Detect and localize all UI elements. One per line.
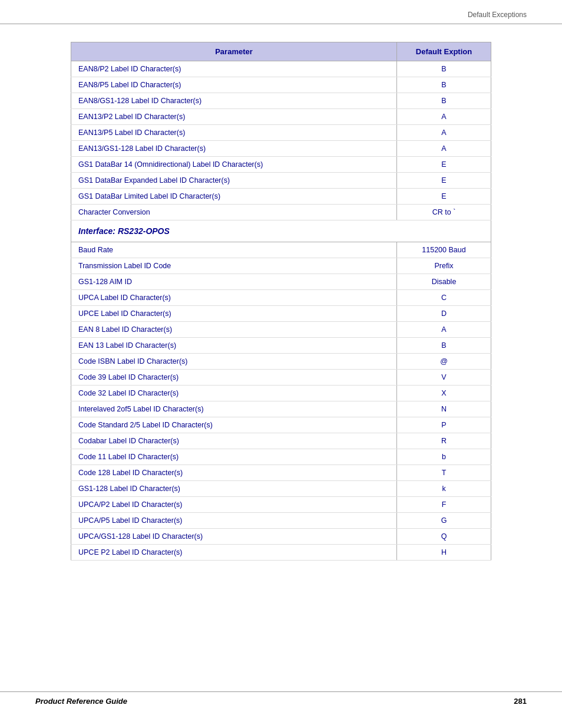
value-cell: E <box>397 157 491 173</box>
table-row: UPCA/GS1-128 Label ID Character(s)Q <box>71 529 491 545</box>
table-row: Code 39 Label ID Character(s)V <box>71 370 491 386</box>
page-number: 281 <box>514 697 527 706</box>
guide-label: Product Reference Guide <box>35 697 127 706</box>
value-cell: N <box>397 401 491 417</box>
param-cell: Interelaved 2of5 Label ID Character(s) <box>71 401 397 417</box>
param-cell: Baud Rate <box>71 242 397 258</box>
table-row: Character ConversionCR to ` <box>71 205 491 220</box>
param-cell: EAN13/GS1-128 Label ID Character(s) <box>71 141 397 157</box>
value-cell: Prefix <box>397 258 491 274</box>
page-content: Parameter Default Exption EAN8/P2 Label … <box>0 24 562 596</box>
value-cell: B <box>397 77 491 93</box>
table-row: Codabar Label ID Character(s)R <box>71 433 491 449</box>
table-row: EAN8/GS1-128 Label ID Character(s)B <box>71 93 491 109</box>
table-row: GS1 DataBar 14 (Omnidirectional) Label I… <box>71 157 491 173</box>
param-cell: UPCE P2 Label ID Character(s) <box>71 545 397 561</box>
section-header-row: Interface: RS232-OPOS <box>71 220 491 242</box>
value-cell: P <box>397 417 491 433</box>
value-cell: F <box>397 497 491 513</box>
table-row: Transmission Label ID CodePrefix <box>71 258 491 274</box>
param-cell: GS1 DataBar Expanded Label ID Character(… <box>71 173 397 189</box>
param-cell: UPCE Label ID Character(s) <box>71 306 397 322</box>
value-cell: E <box>397 173 491 189</box>
value-cell: B <box>397 61 491 77</box>
table-row: EAN13/GS1-128 Label ID Character(s)A <box>71 141 491 157</box>
table-row: GS1 DataBar Expanded Label ID Character(… <box>71 173 491 189</box>
param-column-header: Parameter <box>71 42 397 61</box>
param-cell: GS1-128 AIM ID <box>71 274 397 290</box>
value-cell: @ <box>397 354 491 370</box>
table-row: UPCA/P5 Label ID Character(s)G <box>71 513 491 529</box>
main-table: Parameter Default Exption EAN8/P2 Label … <box>71 42 491 561</box>
table-row: Code 11 Label ID Character(s)b <box>71 449 491 465</box>
default-column-header: Default Exption <box>397 42 491 61</box>
table-row: Baud Rate115200 Baud <box>71 242 491 258</box>
table-row: UPCE P2 Label ID Character(s)H <box>71 545 491 561</box>
value-cell: b <box>397 449 491 465</box>
value-cell: k <box>397 481 491 497</box>
param-cell: EAN 8 Label ID Character(s) <box>71 322 397 338</box>
param-cell: GS1 DataBar 14 (Omnidirectional) Label I… <box>71 157 397 173</box>
param-cell: GS1 DataBar Limited Label ID Character(s… <box>71 189 397 205</box>
param-cell: Code 32 Label ID Character(s) <box>71 386 397 401</box>
page-header: Default Exceptions <box>0 0 562 24</box>
param-cell: UPCA/GS1-128 Label ID Character(s) <box>71 529 397 545</box>
param-cell: EAN13/P5 Label ID Character(s) <box>71 125 397 141</box>
value-cell: A <box>397 141 491 157</box>
param-cell: UPCA/P5 Label ID Character(s) <box>71 513 397 529</box>
table-row: Code 32 Label ID Character(s)X <box>71 386 491 401</box>
param-cell: Character Conversion <box>71 205 397 220</box>
value-cell: 115200 Baud <box>397 242 491 258</box>
value-cell: B <box>397 93 491 109</box>
table-row: Code Standard 2/5 Label ID Character(s)P <box>71 417 491 433</box>
value-cell: A <box>397 109 491 125</box>
param-cell: Code 39 Label ID Character(s) <box>71 370 397 386</box>
page-footer: Product Reference Guide 281 <box>0 691 562 710</box>
table-row: EAN13/P2 Label ID Character(s)A <box>71 109 491 125</box>
table-row: EAN13/P5 Label ID Character(s)A <box>71 125 491 141</box>
section-label: Interface: RS232-OPOS <box>71 220 491 242</box>
value-cell: A <box>397 125 491 141</box>
value-cell: CR to ` <box>397 205 491 220</box>
param-cell: Code Standard 2/5 Label ID Character(s) <box>71 417 397 433</box>
param-cell: EAN8/P5 Label ID Character(s) <box>71 77 397 93</box>
value-cell: G <box>397 513 491 529</box>
param-cell: Codabar Label ID Character(s) <box>71 433 397 449</box>
table-row: UPCE Label ID Character(s)D <box>71 306 491 322</box>
param-cell: EAN13/P2 Label ID Character(s) <box>71 109 397 125</box>
header-title: Default Exceptions <box>468 11 527 19</box>
param-cell: EAN8/GS1-128 Label ID Character(s) <box>71 93 397 109</box>
value-cell: B <box>397 338 491 354</box>
value-cell: R <box>397 433 491 449</box>
value-cell: D <box>397 306 491 322</box>
param-cell: Code ISBN Label ID Character(s) <box>71 354 397 370</box>
value-cell: A <box>397 322 491 338</box>
param-cell: UPCA/P2 Label ID Character(s) <box>71 497 397 513</box>
table-row: Code 128 Label ID Character(s)T <box>71 465 491 481</box>
table-row: EAN 8 Label ID Character(s)A <box>71 322 491 338</box>
param-cell: UPCA Label ID Character(s) <box>71 290 397 306</box>
param-cell: Transmission Label ID Code <box>71 258 397 274</box>
param-cell: GS1-128 Label ID Character(s) <box>71 481 397 497</box>
table-row: EAN8/P5 Label ID Character(s)B <box>71 77 491 93</box>
table-row: EAN 13 Label ID Character(s)B <box>71 338 491 354</box>
table-row: EAN8/P2 Label ID Character(s)B <box>71 61 491 77</box>
value-cell: Q <box>397 529 491 545</box>
table-row: GS1 DataBar Limited Label ID Character(s… <box>71 189 491 205</box>
param-cell: EAN 13 Label ID Character(s) <box>71 338 397 354</box>
value-cell: H <box>397 545 491 561</box>
table-row: UPCA Label ID Character(s)C <box>71 290 491 306</box>
value-cell: C <box>397 290 491 306</box>
value-cell: E <box>397 189 491 205</box>
table-row: UPCA/P2 Label ID Character(s)F <box>71 497 491 513</box>
table-row: GS1-128 AIM IDDisable <box>71 274 491 290</box>
param-cell: Code 11 Label ID Character(s) <box>71 449 397 465</box>
param-cell: EAN8/P2 Label ID Character(s) <box>71 61 397 77</box>
table-header-row: Parameter Default Exption <box>71 42 491 61</box>
table-row: Interelaved 2of5 Label ID Character(s)N <box>71 401 491 417</box>
value-cell: Disable <box>397 274 491 290</box>
table-row: Code ISBN Label ID Character(s)@ <box>71 354 491 370</box>
value-cell: V <box>397 370 491 386</box>
value-cell: T <box>397 465 491 481</box>
param-cell: Code 128 Label ID Character(s) <box>71 465 397 481</box>
